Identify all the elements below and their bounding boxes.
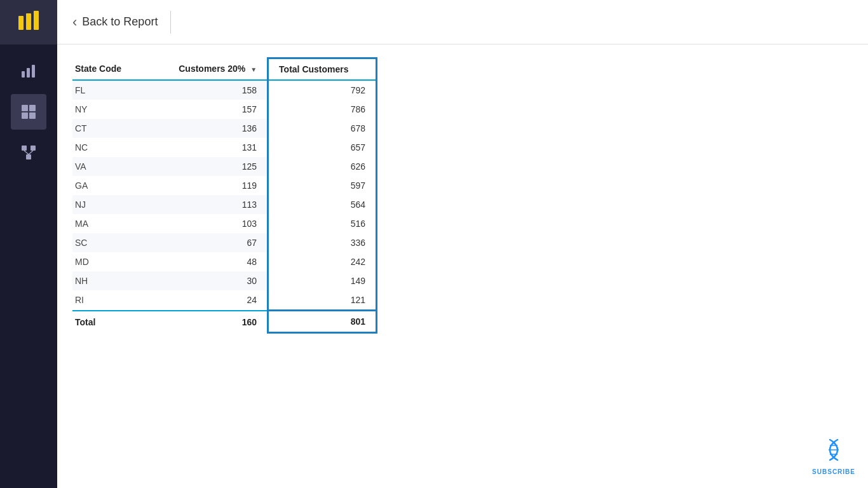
cell-state-code: NC — [72, 138, 147, 157]
cell-customers-20pct: 103 — [147, 214, 268, 233]
cell-total-customers: 626 — [268, 157, 377, 176]
table-row: FL158792 — [72, 80, 377, 100]
svg-rect-6 — [22, 105, 28, 111]
cell-customers-20pct: 136 — [147, 119, 268, 138]
cell-customers-20pct: 119 — [147, 176, 268, 195]
cell-state-code: FL — [72, 80, 147, 100]
table-row: NH30149 — [72, 271, 377, 290]
table-row: NC131657 — [72, 138, 377, 157]
cell-total-customers: 242 — [268, 252, 377, 271]
main-content: ‹ Back to Report State Code Customers 20… — [57, 0, 868, 488]
dna-icon — [824, 438, 844, 466]
sidebar-item-data[interactable] — [11, 94, 46, 130]
col-header-total-customers[interactable]: Total Customers — [268, 58, 377, 81]
model-icon — [20, 144, 37, 161]
cell-customers-20pct: 158 — [147, 80, 268, 100]
table-body: FL158792NY157786CT136678NC131657VA125626… — [72, 80, 377, 311]
cell-total-customers: 678 — [268, 119, 377, 138]
cell-customers-20pct: 157 — [147, 100, 268, 119]
table-row: NY157786 — [72, 100, 377, 119]
cell-total-customers: 564 — [268, 195, 377, 214]
table-row: CT136678 — [72, 119, 377, 138]
cell-state-code: GA — [72, 176, 147, 195]
table-row: RI24121 — [72, 290, 377, 311]
svg-rect-10 — [22, 146, 27, 151]
cell-total-customers: 149 — [268, 271, 377, 290]
sidebar-logo — [0, 0, 57, 44]
cell-total-customers: 516 — [268, 214, 377, 233]
cell-state-code: NY — [72, 100, 147, 119]
cell-customers-20pct: 67 — [147, 233, 268, 252]
sidebar — [0, 0, 57, 488]
table-row: VA125626 — [72, 157, 377, 176]
chevron-left-icon: ‹ — [72, 14, 77, 30]
cell-state-code: NH — [72, 271, 147, 290]
cell-state-code: VA — [72, 157, 147, 176]
svg-line-13 — [24, 151, 29, 154]
subscribe-badge: SUBSCRIBE — [812, 438, 855, 475]
bar-chart-icon — [20, 62, 37, 80]
cell-state-code: CT — [72, 119, 147, 138]
svg-rect-12 — [26, 154, 31, 159]
cell-total-customers: 121 — [268, 290, 377, 311]
cell-state-code: SC — [72, 233, 147, 252]
total-total-customers: 801 — [268, 311, 377, 333]
svg-rect-9 — [29, 112, 36, 119]
table-total-row: Total 160 801 — [72, 311, 377, 333]
cell-customers-20pct: 131 — [147, 138, 268, 157]
cell-customers-20pct: 125 — [147, 157, 268, 176]
powerbi-logo-icon — [16, 10, 41, 35]
cell-total-customers: 657 — [268, 138, 377, 157]
subscribe-text: SUBSCRIBE — [812, 468, 855, 475]
cell-total-customers: 792 — [268, 80, 377, 100]
svg-line-14 — [29, 151, 33, 154]
table-row: MD48242 — [72, 252, 377, 271]
header: ‹ Back to Report — [57, 0, 868, 44]
cell-total-customers: 336 — [268, 233, 377, 252]
cell-customers-20pct: 24 — [147, 290, 268, 311]
table-area: State Code Customers 20% ▼ Total Custome… — [57, 44, 868, 488]
sidebar-item-reports[interactable] — [11, 53, 46, 89]
svg-rect-1 — [26, 13, 31, 30]
back-button-label: Back to Report — [82, 15, 158, 29]
sort-desc-icon: ▼ — [250, 66, 257, 73]
total-label: Total — [72, 311, 147, 333]
total-customers-20pct: 160 — [147, 311, 268, 333]
cell-customers-20pct: 30 — [147, 271, 268, 290]
cell-state-code: MD — [72, 252, 147, 271]
table-row: GA119597 — [72, 176, 377, 195]
back-to-report-button[interactable]: ‹ Back to Report — [72, 14, 158, 30]
svg-rect-11 — [31, 146, 36, 151]
svg-rect-2 — [34, 11, 39, 30]
svg-rect-4 — [27, 68, 30, 78]
col-header-state-code[interactable]: State Code — [72, 58, 147, 81]
table-row: MA103516 — [72, 214, 377, 233]
cell-state-code: MA — [72, 214, 147, 233]
table-row: NJ113564 — [72, 195, 377, 214]
svg-rect-0 — [18, 16, 24, 30]
svg-rect-3 — [22, 71, 25, 78]
cell-customers-20pct: 48 — [147, 252, 268, 271]
svg-rect-5 — [32, 65, 35, 78]
sidebar-item-model[interactable] — [11, 135, 46, 170]
cell-state-code: RI — [72, 290, 147, 311]
table-row: SC67336 — [72, 233, 377, 252]
cell-customers-20pct: 113 — [147, 195, 268, 214]
svg-rect-8 — [22, 112, 28, 119]
svg-rect-7 — [29, 105, 36, 111]
table-icon — [20, 103, 37, 121]
table-header-row: State Code Customers 20% ▼ Total Custome… — [72, 58, 377, 81]
data-table: State Code Customers 20% ▼ Total Custome… — [72, 57, 377, 334]
header-divider — [170, 11, 171, 34]
cell-state-code: NJ — [72, 195, 147, 214]
cell-total-customers: 597 — [268, 176, 377, 195]
cell-total-customers: 786 — [268, 100, 377, 119]
col-header-customers-20pct[interactable]: Customers 20% ▼ — [147, 58, 268, 81]
